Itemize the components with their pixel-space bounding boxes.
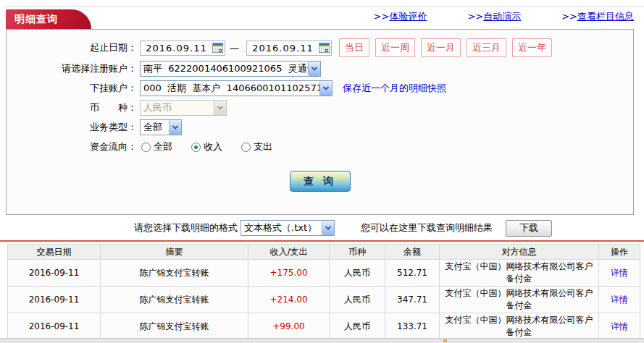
sub-account-value: 000 活期 基本户 1406600101102571848 <box>141 82 319 95</box>
cell-balance: 347.71 <box>385 287 440 313</box>
date-range-row: 起止日期： 2016.09.11 — 2016.09.11 当日 近一周 <box>7 38 633 57</box>
cell-currency: 人民币 <box>330 313 385 340</box>
col-header-balance: 余额 <box>385 245 440 260</box>
header-row: 明细查询 >>体验评价 >>自动演示 >>查看栏目信息 <box>0 7 644 29</box>
cell-currency: 人民币 <box>330 260 385 287</box>
business-type-select[interactable]: 全部 <box>140 119 182 135</box>
dropdown-arrow-icon[interactable] <box>308 62 320 76</box>
download-hint: 您可以在这里下载查询明细结果 <box>361 221 493 234</box>
col-header-date: 交易日期 <box>8 245 101 260</box>
date-separator: — <box>230 43 239 54</box>
bottom-scrollbar[interactable] <box>0 338 644 343</box>
col-header-amount: 收入/支出 <box>248 245 330 260</box>
table-row: 2016-09-11 陈广锦支付宝转账 +175.00 人民币 512.71 支… <box>8 260 640 287</box>
register-account-value: 南平 6222001406100921065 灵通卡 <box>141 62 308 75</box>
scrollbar-marker <box>443 339 447 342</box>
transaction-table: 交易日期 摘要 收入/支出 币种 余额 对方信息 操作 2016-09-11 陈… <box>7 244 640 340</box>
register-account-row: 请选择注册账户： 南平 6222001406100921065 灵通卡 <box>7 61 633 77</box>
currency-value: 人民币 <box>141 101 214 114</box>
quick-range-year-button[interactable]: 近一年 <box>512 38 552 57</box>
dropdown-arrow-icon <box>214 101 226 115</box>
register-account-label: 请选择注册账户： <box>7 62 137 75</box>
sub-account-row: 下挂账户： 000 活期 基本户 1406600101102571848 保存近… <box>7 80 633 96</box>
query-button[interactable]: 查 询 <box>290 171 351 192</box>
date-from-input[interactable]: 2016.09.11 <box>140 41 225 56</box>
business-type-label: 业务类型： <box>7 121 137 134</box>
col-header-counterparty: 对方信息 <box>440 245 599 260</box>
save-monthly-snapshot-link[interactable]: 保存近一个月的明细快照 <box>343 82 446 95</box>
header-links: >>体验评价 >>自动演示 >>查看栏目信息 <box>374 10 634 29</box>
currency-label: 币 种： <box>7 101 137 114</box>
cell-counterparty: 支付宝（中国）网络技术有限公司客户备付金 <box>440 287 599 313</box>
download-format-select[interactable]: 文本格式（.txt） <box>241 220 335 236</box>
download-button[interactable]: 下载 <box>506 220 552 237</box>
radio-icon[interactable] <box>141 143 151 152</box>
download-row: 请您选择下载明细的格式 文本格式（.txt） 您可以在这里下载查询明细结果 下载 <box>134 217 644 239</box>
quick-range-month-button[interactable]: 近一月 <box>421 38 461 57</box>
cell-date: 2016-09-11 <box>8 260 101 287</box>
cell-balance: 512.71 <box>385 260 440 287</box>
calendar-icon[interactable] <box>319 43 330 53</box>
calendar-icon[interactable] <box>212 43 223 53</box>
date-from-value: 2016.09.11 <box>141 43 212 54</box>
tab-detail-query[interactable]: 明细查询 <box>6 9 91 29</box>
business-type-row: 业务类型： 全部 <box>7 119 633 135</box>
dropdown-arrow-icon[interactable] <box>169 120 181 135</box>
cell-summary: 陈广锦支付宝转账 <box>101 260 248 287</box>
sub-account-select[interactable]: 000 活期 基本户 1406600101102571848 <box>140 80 333 96</box>
cell-currency: 人民币 <box>330 287 385 313</box>
radio-option-income[interactable]: 收入 <box>191 140 222 153</box>
cell-counterparty: 支付宝（中国）网络技术有限公司客户备付金 <box>440 260 599 287</box>
table-row: 2016-09-11 陈广锦支付宝转账 +214.00 人民币 347.71 支… <box>8 287 640 313</box>
red-divider <box>0 240 644 242</box>
date-to-value: 2016.09.11 <box>247 43 319 54</box>
cell-counterparty: 支付宝（中国）网络技术有限公司客户备付金 <box>440 313 599 340</box>
fund-flow-row: 资金流向： 全部 收入 支出 <box>7 139 633 155</box>
table-row: 2016-09-11 陈广锦支付宝转账 +99.00 人民币 133.71 支付… <box>8 313 640 340</box>
detail-link[interactable]: 详情 <box>611 321 628 331</box>
cell-summary: 陈广锦支付宝转账 <box>101 313 248 340</box>
detail-link[interactable]: 详情 <box>611 268 628 278</box>
page-title: 明细查询 <box>14 13 58 25</box>
detail-link[interactable]: 详情 <box>611 295 628 305</box>
register-account-select[interactable]: 南平 6222001406100921065 灵通卡 <box>140 61 321 77</box>
business-type-value: 全部 <box>141 121 169 134</box>
cell-summary: 陈广锦支付宝转账 <box>101 287 248 313</box>
cell-date: 2016-09-11 <box>8 287 101 313</box>
radio-checked-icon[interactable] <box>191 143 201 152</box>
quick-range-week-button[interactable]: 近一周 <box>375 38 415 57</box>
cell-amount: +99.00 <box>248 313 330 340</box>
cell-date: 2016-09-11 <box>8 313 101 340</box>
download-format-label: 请您选择下载明细的格式 <box>134 221 238 234</box>
query-button-row: 查 询 <box>7 171 633 192</box>
download-format-value: 文本格式（.txt） <box>241 221 322 234</box>
table-header-row: 交易日期 摘要 收入/支出 币种 余额 对方信息 操作 <box>8 245 640 260</box>
top-divider <box>4 0 644 7</box>
currency-select: 人民币 <box>140 100 227 116</box>
query-form-panel: 起止日期： 2016.09.11 — 2016.09.11 当日 近一周 <box>6 29 634 215</box>
dropdown-arrow-icon[interactable] <box>322 221 334 235</box>
fund-flow-radio-group: 全部 收入 支出 <box>141 140 291 153</box>
currency-row: 币 种： 人民币 <box>7 100 633 116</box>
radio-icon[interactable] <box>241 143 251 152</box>
radio-option-all[interactable]: 全部 <box>141 140 172 153</box>
link-view-column-info[interactable]: >>查看栏目信息 <box>561 10 634 23</box>
cell-amount: +214.00 <box>248 287 330 313</box>
cell-balance: 133.71 <box>385 313 440 340</box>
date-range-label: 起止日期： <box>7 41 137 54</box>
quick-range-3months-button[interactable]: 近三月 <box>467 38 506 57</box>
col-header-currency: 币种 <box>330 245 385 260</box>
col-header-action: 操作 <box>599 245 640 260</box>
col-header-summary: 摘要 <box>101 245 248 260</box>
link-experience-rating[interactable]: >>体验评价 <box>374 10 427 23</box>
radio-option-expense[interactable]: 支出 <box>241 140 272 153</box>
cell-amount: +175.00 <box>248 260 330 287</box>
sub-account-label: 下挂账户： <box>7 82 137 95</box>
date-to-input[interactable]: 2016.09.11 <box>246 41 332 56</box>
fund-flow-label: 资金流向： <box>7 140 137 153</box>
link-auto-demo[interactable]: >>自动演示 <box>467 10 521 23</box>
dropdown-arrow-icon[interactable] <box>319 81 332 96</box>
quick-range-today-button[interactable]: 当日 <box>339 38 369 57</box>
